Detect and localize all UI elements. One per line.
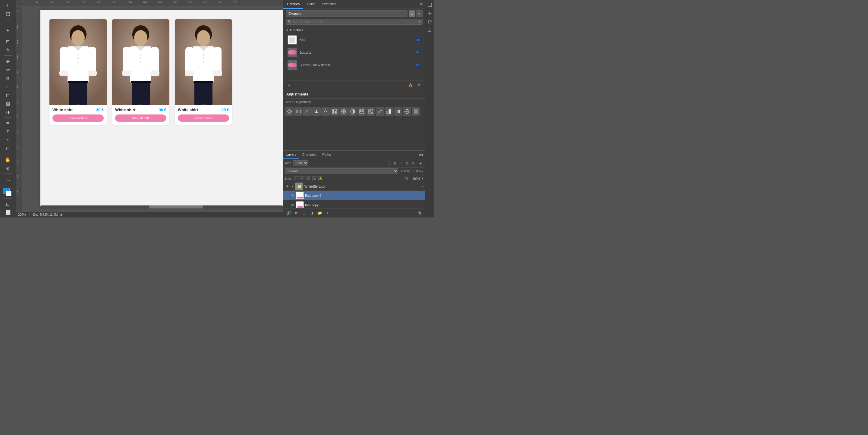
filter-text-icon[interactable]: T <box>398 161 404 166</box>
shape-tool[interactable]: ◻ <box>3 144 13 153</box>
screen-mode-tool[interactable]: ⬜ <box>3 208 13 216</box>
library-adobe-icon[interactable] <box>407 81 414 89</box>
hand-tool[interactable]: ✋ <box>3 156 13 164</box>
mini-icon-2[interactable] <box>426 10 433 17</box>
eyedropper-tool[interactable]: ✎ <box>3 46 13 54</box>
layer-more-icon[interactable]: • <box>422 185 423 188</box>
tab-layers[interactable]: Layers <box>283 150 299 159</box>
adj-colorbalance-icon[interactable] <box>339 107 348 116</box>
eye-whiteshirtbox[interactable]: 👁 <box>285 184 290 189</box>
layers-collapse-icon[interactable]: ◀◀ <box>416 153 425 156</box>
tab-channels[interactable]: Channels <box>299 150 319 159</box>
color-swatches[interactable] <box>3 188 13 197</box>
fill-arrow-icon[interactable]: ▾ <box>422 177 423 180</box>
adj-levels-icon[interactable] <box>312 107 321 116</box>
filter-pixel-icon[interactable]: ⬛ <box>386 161 392 166</box>
view-details-btn-1[interactable]: View details <box>115 114 166 122</box>
layer-fx-icon[interactable]: fx <box>293 210 300 216</box>
layer-row-boxcopy2[interactable]: 👁 Box copy 2 <box>283 191 425 200</box>
pen-tool[interactable]: ✒ <box>3 119 13 127</box>
view-list-btn[interactable]: ≡ <box>416 10 423 17</box>
layer-group-whiteshirtbox[interactable]: 👁 ▼ 📁 WhiteShirtbox • <box>283 182 425 191</box>
tab-color[interactable]: Color <box>303 0 318 9</box>
filter-smart-icon[interactable]: ⚙ <box>410 161 416 166</box>
lock-all-icon[interactable]: 🔒 <box>318 176 323 181</box>
adj-photofilter-icon[interactable] <box>358 107 366 116</box>
view-details-btn-0[interactable]: View details <box>53 114 104 122</box>
library-add-icon[interactable]: ＋ <box>286 81 293 89</box>
search-stock-input[interactable] <box>293 20 419 24</box>
kind-select[interactable]: Kind <box>293 160 308 166</box>
eye-boxcopy2[interactable]: 👁 <box>290 193 295 198</box>
background-color[interactable] <box>6 191 11 196</box>
adj-hue-icon[interactable] <box>321 107 330 116</box>
opacity-arrow-icon[interactable]: ▾ <box>422 170 423 173</box>
filter-shape-icon[interactable]: ◻ <box>404 161 410 166</box>
mini-icon-3[interactable] <box>426 18 433 25</box>
layer-row-boxcopy[interactable]: 👁 Box copy <box>283 200 425 208</box>
selection-tool[interactable]: ⬚ <box>3 10 13 18</box>
zoom-tool[interactable]: ⊕ <box>3 164 13 172</box>
adj-brightness-icon[interactable] <box>285 107 293 116</box>
adj-bw-icon[interactable] <box>348 107 357 116</box>
adj-threshold-icon[interactable] <box>384 107 393 116</box>
blend-mode-select[interactable]: Normal <box>285 168 398 174</box>
lock-paint-icon[interactable]: ✏ <box>300 176 305 181</box>
library-settings-icon[interactable]: ⚙ <box>415 81 423 89</box>
view-grid-btn[interactable]: ⊞ <box>409 10 415 17</box>
tab-libraries[interactable]: Libraries <box>283 0 303 9</box>
library-dropdown[interactable]: Exemple <box>286 10 407 17</box>
adj-gradientmap-icon[interactable] <box>394 107 402 116</box>
gradient-tool[interactable]: ▦ <box>3 100 13 107</box>
layer-mask-icon[interactable]: ◻ <box>301 210 307 216</box>
graphic-item-button1-view[interactable]: Button1+View details Ps <box>286 59 423 71</box>
crop-tool[interactable]: ⊡ <box>3 38 13 45</box>
view-details-btn-2[interactable]: View details <box>178 114 229 122</box>
library-upload-icon[interactable]: ↑ <box>294 81 301 89</box>
layer-add-icon[interactable]: + <box>324 210 331 216</box>
layer-delete-icon[interactable]: 🗑 <box>416 210 423 216</box>
adj-curves-icon[interactable] <box>303 107 312 116</box>
adj-exposure-icon[interactable] <box>294 107 303 116</box>
scroll-thumb-h[interactable] <box>149 205 203 208</box>
layer-link-icon[interactable]: 🔗 <box>285 210 292 216</box>
filter-adjust-icon[interactable]: ◐ <box>393 161 398 166</box>
path-select-tool[interactable]: ↖ <box>3 136 13 144</box>
dodge-tool[interactable]: ◑ <box>3 108 13 116</box>
layer-group-icon[interactable]: 📁 <box>316 210 323 216</box>
layer-adj-icon[interactable]: ◑ <box>309 210 315 216</box>
libraries-menu-icon[interactable]: ≡ <box>418 2 425 7</box>
lock-move-icon[interactable]: ✛ <box>306 176 311 181</box>
tab-paths[interactable]: Paths <box>319 150 334 159</box>
clone-tool[interactable]: ⧉ <box>3 74 13 82</box>
more-tools[interactable]: … <box>3 175 13 183</box>
magic-wand-tool[interactable]: ✦ <box>3 27 13 34</box>
search-dropdown-arrow[interactable]: ▾ <box>419 20 421 24</box>
quick-mask-tool[interactable]: ◻ <box>3 200 13 208</box>
adj-channelmix-icon[interactable] <box>367 107 375 116</box>
lock-artboard-icon[interactable]: ⊞ <box>312 176 317 181</box>
lock-transparent-icon[interactable]: ⬚ <box>294 176 299 181</box>
group-arrow-whiteshirtbox[interactable]: ▼ <box>291 185 294 188</box>
eye-boxcopy[interactable]: 👁 <box>290 203 295 207</box>
adj-posterize-icon[interactable] <box>375 107 384 116</box>
lasso-tool[interactable]: ⌒ <box>3 18 13 26</box>
mini-icon-4[interactable] <box>426 27 433 34</box>
filter-toggle[interactable]: ◉ <box>418 161 423 166</box>
tab-swatches[interactable]: Swatches <box>318 0 340 9</box>
graphic-item-button1[interactable]: Button1 Ps <box>286 46 423 59</box>
brush-tool[interactable]: ✏ <box>3 66 13 73</box>
move-tool[interactable]: ✛ <box>3 1 13 9</box>
history-brush-tool[interactable]: ↩ <box>3 83 13 91</box>
mini-icon-1[interactable] <box>426 1 433 8</box>
text-tool[interactable]: T <box>3 128 13 136</box>
canvas-viewport[interactable]: White shirt 30 € View details <box>22 7 283 211</box>
graphics-section-header[interactable]: ▼ Graphics <box>286 28 423 32</box>
adj-selectivecolor-icon[interactable] <box>403 107 411 116</box>
eraser-tool[interactable]: ◻ <box>3 91 13 99</box>
adj-vibrance-icon[interactable] <box>330 107 339 116</box>
graphic-item-box[interactable]: Box Ps <box>286 34 423 46</box>
adj-solidcolor-icon[interactable] <box>412 107 420 116</box>
heal-tool[interactable]: ◉ <box>3 57 13 65</box>
status-arrow[interactable]: ▶ <box>61 213 63 216</box>
